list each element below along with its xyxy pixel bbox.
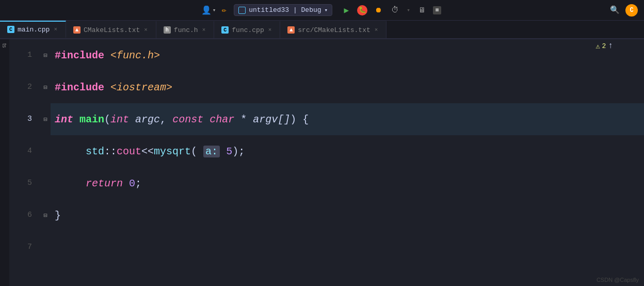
token-int-main: int [55,114,73,125]
tab-label-func-h: func.h [174,26,198,34]
tab-close-src-cmake[interactable]: × [374,26,379,34]
fold-icon-1: ⊟ [43,52,47,59]
tab-icon-func-cpp: C [221,26,229,34]
fold-1[interactable]: ⊟ [40,39,51,71]
fold-2[interactable]: ⊟ [40,71,51,103]
tab-label-main-cpp: main.cpp [18,26,50,34]
window-icon [238,7,246,14]
token-close-brace: } [55,210,61,221]
tab-close-main-cpp[interactable]: × [53,26,58,33]
fold-4 [40,135,51,167]
line-number-3: 3 [9,103,32,135]
token-return: return [86,178,123,189]
toolbar: 👤 ▾ ✏ untitled33 | Debug ▾ ▶ 🐛 ⏺ ⏱ ▾ 🖥 ■… [0,0,644,21]
edit-icon[interactable]: ✏ [218,5,230,16]
tab-close-func-cpp[interactable]: × [267,26,273,34]
toolbar-action-icons: ▶ 🐛 ⏺ ⏱ ▾ 🖥 ■ [341,5,441,16]
code-line-5: return 0; [51,167,644,199]
tab-icon-cmake: ▲ [73,26,81,34]
token-int-argc: int [110,114,129,125]
code-line-3: int main(int argc, const char * argv[]) … [51,103,644,135]
token-param-a: a: [203,146,220,157]
profile-icon[interactable]: C [625,4,638,17]
token-num-5: 5 [226,146,232,157]
tab-bar: C main.cpp × ▲ CMakeLists.txt × h func.h… [0,21,644,39]
separator: ▾ [407,7,410,13]
tab-close-cmake[interactable]: × [143,26,149,34]
token-zero: 0 [129,178,135,189]
fold-7 [40,231,51,263]
code-line-4: std::cout<<mysqrt( a: 5); [51,135,644,167]
fold-icon-2: ⊟ [43,84,47,91]
watermark: CSDN @Capsfly [597,277,639,283]
run-debug-icon[interactable]: ⏺ [373,5,384,16]
tab-label-src-cmake: src/CMakeLists.txt [298,26,370,34]
dropdown-arrow[interactable]: ▾ [325,7,328,13]
tab-label-func-cpp: func.cpp [232,26,264,34]
stop-icon[interactable]: ■ [433,6,441,14]
toolbar-right: 🔍 C [609,4,638,17]
run-button[interactable]: ▶ [341,5,352,16]
token-header-2: <iostream> [110,82,172,93]
line-numbers: 1 2 3 4 5 6 7 [9,39,40,286]
token-const: const [172,114,203,125]
code-line-1: #include <func.h> [51,39,644,71]
fold-gutter: ⊟ ⊟ ⊟ ⊟ [40,39,51,286]
code-line-7 [51,231,644,263]
fold-5 [40,167,51,199]
tab-close-func-h[interactable]: × [201,26,207,34]
token-main: main [79,114,104,125]
toolbar-center: 👤 ▾ ✏ untitled33 | Debug ▾ ▶ 🐛 ⏺ ⏱ ▾ 🖥 ■ [203,4,441,16]
debug-selector[interactable]: untitled33 | Debug ▾ [234,4,332,16]
search-icon[interactable]: 🔍 [609,5,620,16]
tab-icon-src-cmake: ▲ [287,26,295,34]
fold-icon-6: ⊟ [43,212,47,219]
token-std: std [86,146,104,157]
tab-func-cpp[interactable]: C func.cpp × [214,21,280,38]
token-include-2: #include [55,82,104,93]
tab-main-cpp[interactable]: C main.cpp × [0,21,66,38]
line-number-2: 2 [9,71,32,103]
user-icon[interactable]: 👤 ▾ [203,5,214,16]
fold-6[interactable]: ⊟ [40,199,51,231]
line-number-7: 7 [9,231,32,263]
ts-label: ts [2,43,8,48]
token-include-1: #include [55,50,104,61]
timer-icon[interactable]: ⏱ [389,5,400,16]
token-argc: argc [135,114,160,125]
tab-label-cmake: CMakeLists.txt [84,26,140,34]
fold-3[interactable]: ⊟ [40,103,51,135]
bug-icon[interactable]: 🐛 [357,5,367,15]
line-number-1: 1 [9,39,32,71]
tab-icon-func-h: h [164,26,171,34]
code-line-6: } [51,199,644,231]
code-area[interactable]: #include <func.h> #include <iostream> in… [51,39,644,286]
token-argv: argv[] [253,114,290,125]
tab-func-h[interactable]: h func.h × [156,21,214,38]
token-cout: cout [117,146,141,157]
code-line-2: #include <iostream> [51,71,644,103]
token-char: char [210,114,234,125]
debug-label: untitled33 | Debug [249,6,321,14]
line-number-6: 6 [9,199,32,231]
tab-icon-main-cpp: C [7,26,14,33]
token-mysqrt: mysqrt [154,146,191,157]
token-header-1: <func.h> [110,50,160,61]
line-number-4: 4 [9,135,32,167]
fold-icon-3: ⊟ [43,116,47,123]
editor: ts ⚠ 2 ↑ 1 2 3 4 5 6 7 ⊟ ⊟ ⊟ ⊟ #include … [0,39,644,286]
monitor-icon[interactable]: 🖥 [416,5,428,16]
tab-src-cmake[interactable]: ▲ src/CMakeLists.txt × [280,21,387,38]
line-number-5: 5 [9,167,32,199]
token-paren-open: ( [104,114,110,125]
sidebar-gutter: ts [0,39,9,286]
tab-cmakelists[interactable]: ▲ CMakeLists.txt × [66,21,156,38]
